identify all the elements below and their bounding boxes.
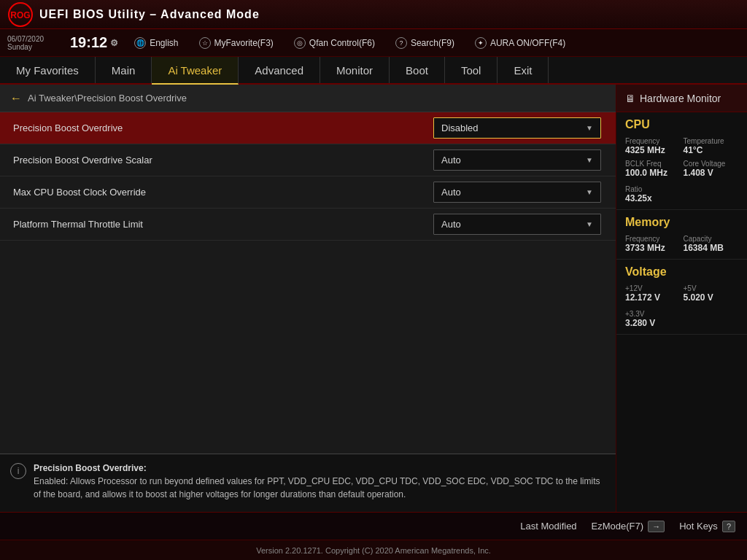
day-display: Sunday xyxy=(7,43,58,51)
rog-logo-icon: ROG xyxy=(7,1,34,28)
monitor-item: BCLK Freq100.0 MHz xyxy=(625,160,681,178)
dropdown-0[interactable]: Disabled▼ xyxy=(433,117,601,139)
nav-item-monitor[interactable]: Monitor xyxy=(320,57,390,83)
settings-table: Precision Boost OverdriveDisabled▼Precis… xyxy=(0,112,616,454)
setting-value: Auto▼ xyxy=(433,214,608,235)
globe-icon: 🌐 xyxy=(134,37,146,49)
time-display: 19:12 ⚙ xyxy=(70,34,118,51)
hot-keys-button[interactable]: Hot Keys ? xyxy=(679,521,735,532)
monitor-item: Temperature41°C xyxy=(684,137,739,155)
monitor-item: +5V5.020 V xyxy=(684,284,739,303)
settings-gear-icon[interactable]: ⚙ xyxy=(110,38,118,48)
info-description: Enabled: Allows Processor to run beyond … xyxy=(34,476,600,499)
app-title: UEFI BIOS Utility – Advanced Mode xyxy=(39,8,260,21)
nav-item-boot[interactable]: Boot xyxy=(390,57,445,83)
favorite-icon: ☆ xyxy=(199,37,211,49)
nav-item-exit[interactable]: Exit xyxy=(498,57,549,83)
setting-label: Max CPU Boost Clock Override xyxy=(7,179,433,205)
header-bar: ROG UEFI BIOS Utility – Advanced Mode xyxy=(0,0,747,29)
setting-row[interactable]: Precision Boost Overdrive ScalarAuto▼ xyxy=(0,144,616,176)
monitor-item: Frequency3733 MHz xyxy=(625,235,681,253)
monitor-section-memory: MemoryFrequency3733 MHzCapacity16384 MB xyxy=(616,210,747,260)
monitor-item: Capacity16384 MB xyxy=(684,235,739,253)
monitor-section-cpu: CPUFrequency4325 MHzTemperature41°CBCLK … xyxy=(616,112,747,210)
main-nav: My FavoritesMainAi TweakerAdvancedMonito… xyxy=(0,57,747,85)
info-title: Precision Boost Overdrive: xyxy=(34,463,147,473)
myfavorite-button[interactable]: ☆ MyFavorite(F3) xyxy=(195,36,278,50)
nav-item-advanced[interactable]: Advanced xyxy=(239,57,320,83)
monitor-item: Ratio43.25x xyxy=(625,185,738,203)
bottom-bar: Version 2.20.1271. Copyright (C) 2020 Am… xyxy=(0,540,747,560)
nav-item-tool[interactable]: Tool xyxy=(445,57,498,83)
ez-mode-button[interactable]: EzMode(F7) → xyxy=(592,521,665,532)
back-arrow-icon[interactable]: ← xyxy=(10,92,22,105)
breadcrumb: ← Ai Tweaker\Precision Boost Overdrive xyxy=(0,85,616,112)
chevron-down-icon: ▼ xyxy=(586,156,593,164)
setting-label: Precision Boost Overdrive Scalar xyxy=(7,147,433,173)
date-display: 06/07/2020 xyxy=(7,35,58,43)
last-modified-button[interactable]: Last Modified xyxy=(520,521,576,532)
dropdown-3[interactable]: Auto▼ xyxy=(433,214,601,235)
hw-monitor-title: 🖥 Hardware Monitor xyxy=(616,85,747,112)
qfan-button[interactable]: ◎ Qfan Control(F6) xyxy=(290,36,379,50)
dropdown-2[interactable]: Auto▼ xyxy=(433,182,601,203)
ez-mode-arrow-icon: → xyxy=(648,521,665,532)
monitor-section-title: CPU xyxy=(625,118,738,131)
hw-monitor-sidebar: 🖥 Hardware Monitor CPUFrequency4325 MHzT… xyxy=(616,85,747,512)
setting-row[interactable]: Max CPU Boost Clock OverrideAuto▼ xyxy=(0,176,616,209)
language-button[interactable]: 🌐 English xyxy=(130,36,182,50)
monitor-item: Frequency4325 MHz xyxy=(625,137,681,155)
breadcrumb-path: Ai Tweaker\Precision Boost Overdrive xyxy=(28,93,187,104)
svg-text:ROG: ROG xyxy=(10,10,30,20)
datetime-display: 06/07/2020 Sunday xyxy=(7,35,58,51)
info-icon: i xyxy=(10,463,26,479)
version-text: Version 2.20.1271. Copyright (C) 2020 Am… xyxy=(256,546,491,555)
monitor-section-title: Memory xyxy=(625,216,738,229)
fan-icon: ◎ xyxy=(294,37,306,49)
setting-row[interactable]: Platform Thermal Throttle LimitAuto▼ xyxy=(0,209,616,241)
nav-item-main[interactable]: Main xyxy=(96,57,152,83)
aura-button[interactable]: ✦ AURA ON/OFF(F4) xyxy=(471,36,570,50)
info-text: Precision Boost Overdrive: Enabled: Allo… xyxy=(34,462,605,501)
toolbar: 06/07/2020 Sunday 19:12 ⚙ 🌐 English ☆ My… xyxy=(0,29,747,57)
footer: Last Modified EzMode(F7) → Hot Keys ? xyxy=(0,512,747,540)
monitor-item: +3.3V3.280 V xyxy=(625,310,738,328)
monitor-section-voltage: Voltage+12V12.172 V+5V5.020 V+3.3V3.280 … xyxy=(616,260,747,335)
aura-icon: ✦ xyxy=(475,37,487,49)
setting-row[interactable]: Precision Boost OverdriveDisabled▼ xyxy=(0,112,616,144)
setting-label: Precision Boost Overdrive xyxy=(7,115,433,141)
logo-area: ROG UEFI BIOS Utility – Advanced Mode xyxy=(7,1,260,28)
monitor-grid: Frequency3733 MHzCapacity16384 MB xyxy=(625,235,738,253)
search-button[interactable]: ? Search(F9) xyxy=(391,36,459,50)
nav-item-my-favorites[interactable]: My Favorites xyxy=(0,57,96,83)
setting-value: Auto▼ xyxy=(433,182,608,203)
setting-label: Platform Thermal Throttle Limit xyxy=(7,211,433,237)
monitor-item: +12V12.172 V xyxy=(625,284,681,303)
monitor-icon: 🖥 xyxy=(625,93,635,104)
monitor-item: Core Voltage1.408 V xyxy=(684,160,739,178)
monitor-grid: +12V12.172 V+5V5.020 V+3.3V3.280 V xyxy=(625,284,738,328)
chevron-down-icon: ▼ xyxy=(586,124,593,132)
monitor-section-title: Voltage xyxy=(625,265,738,279)
dropdown-1[interactable]: Auto▼ xyxy=(433,149,601,171)
monitor-grid: Frequency4325 MHzTemperature41°CBCLK Fre… xyxy=(625,137,738,203)
content-area: ← Ai Tweaker\Precision Boost Overdrive P… xyxy=(0,85,616,512)
setting-value: Disabled▼ xyxy=(433,117,608,139)
info-panel: i Precision Boost Overdrive: Enabled: Al… xyxy=(0,454,616,512)
nav-item-ai-tweaker[interactable]: Ai Tweaker xyxy=(152,57,239,85)
setting-value: Auto▼ xyxy=(433,149,608,171)
chevron-down-icon: ▼ xyxy=(586,220,593,228)
search-icon: ? xyxy=(395,37,407,49)
hot-keys-question-icon: ? xyxy=(722,521,735,532)
chevron-down-icon: ▼ xyxy=(586,188,593,196)
